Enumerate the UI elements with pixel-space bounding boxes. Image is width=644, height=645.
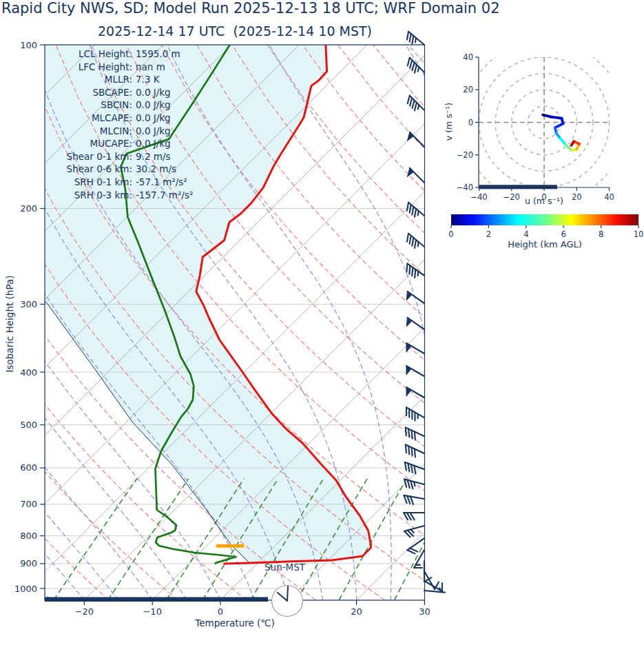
sun-time-label: Sun-MST [264, 562, 305, 573]
colorbar-tick-label: 6 [561, 229, 566, 239]
stat-value: 0.0 J/kg [136, 112, 171, 125]
stat-label: SBCAPE: [51, 86, 132, 99]
wind-barb-icon [406, 407, 424, 420]
stat-value: 0.0 J/kg [136, 86, 171, 99]
stat-value: 1595.0 m [136, 48, 180, 61]
stat-row: Shear 0-1 km:9.2 m/s [51, 150, 193, 163]
pressure-tick-label: 500 [20, 420, 37, 430]
page-title: Rapid City NWS, SD; Model Run 2025-12-13… [1, 0, 500, 17]
hodograph-panel: −40−40−20−200020204040 [457, 41, 625, 203]
hodograph-u-axis-label: u (m s⁻¹) [479, 196, 610, 206]
stat-row: LCL Height:1595.0 m [51, 48, 193, 61]
hodograph-trace-segment [551, 117, 562, 119]
stat-row: LFC Height:nan m [51, 61, 193, 74]
stat-label: MLCIN: [51, 125, 132, 138]
stat-label: MUCAPE: [51, 137, 132, 150]
stat-row: SRH 0-3 km:-157.7 m²/s² [51, 189, 193, 202]
height-colorbar: 0246810 [448, 214, 643, 239]
stat-row: SBCAPE:0.0 J/kg [51, 86, 193, 99]
stat-label: SBCIN: [51, 99, 132, 112]
temperature-tick-label: −10 [143, 606, 161, 617]
stat-value: 7.3 K [136, 73, 160, 86]
mixing-ratio-line [108, 479, 189, 600]
y-axis-label: Isobaric Height (hPa) [4, 221, 15, 427]
pressure-tick-label: 200 [20, 203, 37, 214]
wind-barb-icon [404, 495, 424, 504]
hodograph-v-axis-label: v (m s⁻¹) [444, 81, 454, 163]
stat-value: 9.2 m/s [136, 150, 171, 163]
stat-value: -57.1 m²/s² [136, 176, 187, 189]
surface-ground-bar [45, 597, 268, 602]
moist-adiabat-line [492, 45, 569, 600]
colorbar-tick-label: 10 [634, 229, 644, 239]
pressure-tick-label: 600 [20, 462, 37, 473]
x-axis-label: Temperature (℃) [45, 617, 425, 628]
hodograph-v-tick-label: 0 [468, 118, 473, 127]
wind-barb-icon [407, 203, 424, 217]
wind-barb-icon [406, 318, 424, 329]
temperature-tick-label: 30 [419, 606, 430, 617]
stat-label: Shear 0-1 km: [51, 150, 132, 163]
pressure-tick-label: 1000 [14, 584, 37, 594]
stat-row: SBCIN:0.0 J/kg [51, 99, 193, 112]
hodograph-v-tick-label: 40 [463, 52, 473, 62]
stat-label: MLLR: [51, 73, 132, 86]
sounding-stats-block: LCL Height:1595.0 mLFC Height:nan mMLLR:… [51, 48, 193, 201]
wind-barb-icon [406, 444, 424, 457]
colorbar-gradient [451, 214, 638, 225]
colorbar-tick-label: 0 [448, 229, 453, 239]
mixing-ratio-line [54, 479, 137, 600]
pressure-tick-label: 800 [20, 531, 37, 541]
stat-label: LFC Height: [51, 61, 132, 74]
stat-row: MLCIN:0.0 J/kg [51, 125, 193, 138]
stat-label: MLCAPE: [51, 112, 132, 125]
stat-label: SRH 0-1 km: [51, 176, 132, 189]
stat-value: 0.0 J/kg [136, 137, 171, 150]
colorbar-tick-label: 8 [599, 229, 603, 239]
temperature-tick-label: −20 [75, 606, 94, 617]
stat-label: SRH 0-3 km: [51, 189, 132, 202]
isotherm-line [424, 45, 644, 600]
hodograph-v-tick-label: −40 [457, 183, 473, 192]
stat-row: Shear 0-6 km:30.2 m/s [51, 163, 193, 176]
stat-value: nan m [136, 61, 165, 74]
pressure-tick-label: 700 [20, 499, 37, 509]
wind-barb-icon [424, 581, 442, 591]
wind-barb-icon [404, 513, 424, 520]
stat-row: SRH 0-1 km:-57.1 m²/s² [51, 176, 193, 189]
stat-value: -157.7 m²/s² [136, 189, 193, 202]
colorbar-tick-label: 4 [523, 229, 528, 239]
stat-row: MLLR:7.3 K [51, 73, 193, 86]
wind-barb-icon [406, 264, 424, 278]
wind-barb-icon [406, 291, 424, 303]
wind-barb-icon [407, 234, 424, 248]
stat-value: 0.0 J/kg [136, 125, 171, 138]
wind-barb-icon [406, 366, 424, 376]
colorbar-label: Height (km AGL) [451, 239, 638, 249]
pressure-tick-label: 400 [20, 367, 37, 378]
stat-value: 0.0 J/kg [136, 99, 171, 112]
stat-label: LCL Height: [51, 48, 132, 61]
wind-barb-icon [406, 427, 424, 440]
dry-adiabat-line [337, 45, 644, 600]
hodograph-trace-segment [555, 123, 563, 127]
stat-label: Shear 0-6 km: [51, 163, 132, 176]
temperature-tick-label: 20 [351, 606, 362, 617]
hodograph-ground-bar [479, 185, 557, 189]
stat-row: MLCAPE:0.0 J/kg [51, 112, 193, 125]
colorbar-tick-label: 2 [486, 229, 491, 239]
sun-clock-icon [272, 586, 303, 617]
wind-barb-icon [407, 168, 424, 183]
skewt-figure: 1002003004005006007008009001000−20−10010… [0, 0, 644, 645]
hodograph-v-tick-label: −20 [457, 150, 473, 160]
pressure-tick-label: 900 [20, 558, 37, 569]
temperature-tick-label: 0 [218, 606, 223, 617]
hodograph-v-tick-label: 20 [463, 85, 473, 94]
valid-time-subtitle: 2025-12-14 17 UTC (2025-12-14 10 MST) [45, 23, 425, 39]
pressure-tick-label: 300 [20, 299, 37, 309]
wind-barb-icon [404, 479, 424, 489]
stat-row: MUCAPE:0.0 J/kg [51, 137, 193, 150]
pressure-tick-label: 100 [20, 40, 37, 50]
hodograph-trace-segment [571, 141, 574, 145]
stat-value: 30.2 m/s [136, 163, 176, 176]
